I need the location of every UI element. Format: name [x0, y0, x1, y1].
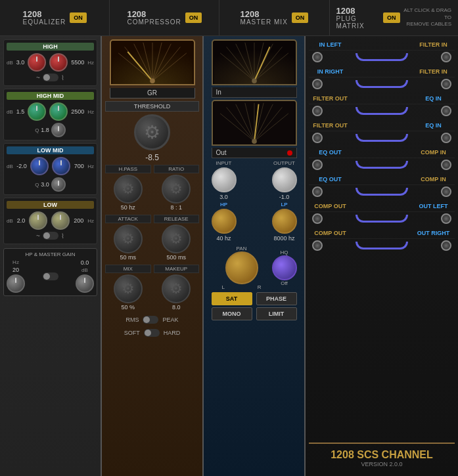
master-module-number: 1208: [240, 10, 260, 18]
comp-makeup-knob[interactable]: [162, 274, 191, 303]
eq-high-db-label: dB: [7, 60, 13, 66]
jack-left-4[interactable]: [312, 160, 323, 170]
output-knob[interactable]: [272, 167, 297, 192]
jack-right-6[interactable]: [441, 213, 451, 224]
comp-hpass-col: H.PASS 50 hz: [105, 165, 151, 211]
threshold-knob[interactable]: [134, 114, 170, 150]
hp-filter-knob[interactable]: [212, 209, 237, 234]
comp-makeup-label: MAKEUP: [154, 265, 200, 273]
jack-left-2[interactable]: [312, 106, 323, 116]
eq-low-db-knob[interactable]: [29, 211, 47, 230]
comp-hpass-label: H.PASS: [105, 165, 151, 173]
eq-module-name: EQUALIZER: [23, 18, 66, 26]
jack-right-5[interactable]: [441, 186, 451, 197]
eq-hm-q-knob[interactable]: [51, 123, 66, 137]
hp-hz-value: 20: [12, 267, 19, 273]
eq-low-freq-knob[interactable]: [51, 211, 70, 230]
eq-high-freq-knob[interactable]: [49, 53, 68, 72]
cable-1: [323, 77, 441, 91]
eq-hm-db-value: 1.5: [16, 108, 25, 115]
scs-title: 1208 SCS CHANNEL: [312, 449, 451, 461]
master-in-label-row: In: [212, 87, 297, 98]
comp-attack-knob[interactable]: [114, 225, 143, 253]
jack-right-7[interactable]: [441, 240, 451, 251]
comp-on-button[interactable]: ON: [185, 12, 202, 23]
eq-lm-freq-label: Hz: [87, 163, 94, 169]
soft-hard-toggle[interactable]: [144, 329, 160, 337]
mono-button[interactable]: MONO: [212, 307, 252, 320]
eq-low-freq-label: Hz: [87, 218, 94, 224]
jack-left-6[interactable]: [312, 213, 323, 224]
lp-filter-knob[interactable]: [272, 209, 297, 234]
cable-arc-6: [355, 215, 408, 223]
soft-hard-row: SOFT HARD: [124, 329, 181, 337]
comp-hpass-knob[interactable]: [114, 175, 143, 204]
jack-left-1[interactable]: [312, 79, 323, 89]
jack-row-5: [309, 185, 455, 198]
plug-row-5: EQ OUT COMP IN: [309, 174, 455, 185]
rms-peak-toggle[interactable]: [143, 316, 158, 324]
master-panel: In Out: [204, 36, 306, 476]
jack-right-4[interactable]: [441, 160, 451, 170]
sat-button[interactable]: SAT: [212, 292, 252, 305]
tilde-icon-2: ⌇: [61, 74, 64, 81]
eq-lm-db-knob[interactable]: [30, 157, 49, 175]
jack-right-0[interactable]: [441, 52, 451, 62]
master-gain-knob[interactable]: [76, 274, 94, 293]
hp-knob[interactable]: [7, 274, 25, 293]
plug-on-button[interactable]: ON: [383, 12, 400, 23]
master-on-button[interactable]: ON: [292, 12, 309, 23]
hp-master-section: HP & MASTER GAIN Hz 20 0.0 dB: [3, 248, 97, 296]
comp-vu-meter: [110, 39, 195, 85]
plug-left-0: IN LEFT: [312, 41, 348, 48]
comp-ratio-knob[interactable]: [162, 175, 191, 204]
eq-title-block: 1208 EQUALIZER: [23, 10, 66, 26]
eq-low-toggle[interactable]: [43, 232, 58, 240]
jack-right-3[interactable]: [441, 133, 451, 143]
eq-high-mid-row: dB 1.5 2500 Hz: [7, 102, 94, 121]
jack-right-1[interactable]: [441, 79, 451, 89]
hq-label: HQ: [281, 249, 288, 255]
hp-hz-label: Hz: [12, 259, 19, 265]
plug-panel: IN LEFT FILTER IN IN RIGHT FILTER IN: [306, 36, 458, 476]
eq-high-db-knob[interactable]: [28, 53, 46, 72]
eq-lm-q-knob[interactable]: [51, 177, 66, 192]
output-label: OUTPUT: [273, 160, 295, 166]
hq-knob[interactable]: [272, 255, 297, 280]
plug-left-2: FILTER OUT: [312, 95, 348, 102]
eq-low-db-label: dB: [7, 218, 13, 224]
eq-hm-db-knob[interactable]: [28, 102, 46, 121]
lp-filter-value: 8000 hz: [273, 235, 294, 242]
jack-left-5[interactable]: [312, 186, 323, 197]
eq-hm-freq-knob[interactable]: [49, 102, 68, 121]
eq-high-db-value: 3.0: [16, 59, 25, 66]
hp-filter-value: 40 hz: [216, 235, 231, 242]
eq-module-number: 1208: [23, 10, 42, 18]
jack-right-2[interactable]: [441, 106, 451, 116]
hp-master-toggle[interactable]: [43, 272, 58, 280]
master-in-label: In: [216, 89, 221, 96]
eq-on-button[interactable]: ON: [70, 12, 87, 23]
comp-mix-knob[interactable]: [114, 274, 143, 303]
plug-row-1: IN RIGHT FILTER IN: [309, 66, 455, 77]
comp-mix-label: MIX: [105, 265, 151, 273]
eq-lm-freq-knob[interactable]: [52, 157, 70, 175]
jack-left-3[interactable]: [312, 133, 323, 143]
jack-row-3: [309, 131, 455, 144]
eq-hm-freq-value: 2500: [71, 108, 84, 115]
phase-button[interactable]: PHASE: [256, 292, 297, 305]
eq-panel: HIGH dB 3.0 5500 Hz ~ ⌇ HIGH MID dB 1.5: [0, 36, 102, 476]
eq-high-toggle[interactable]: [43, 74, 58, 81]
comp-release-knob[interactable]: [162, 225, 191, 253]
eq-low-row: dB 2.0 200 Hz: [7, 211, 94, 230]
jack-left-0[interactable]: [312, 52, 323, 62]
input-knob[interactable]: [212, 167, 237, 192]
eq-low-db-value: 2.0: [17, 217, 26, 224]
limit-button[interactable]: LIMIT: [256, 307, 297, 320]
jack-left-7[interactable]: [312, 240, 323, 251]
eq-high-freq-label: Hz: [87, 60, 94, 66]
pan-knob[interactable]: [225, 251, 258, 284]
comp-attack-value: 50 ms: [120, 254, 136, 261]
jack-row-0: [309, 51, 455, 64]
jack-row-4: [309, 158, 455, 171]
